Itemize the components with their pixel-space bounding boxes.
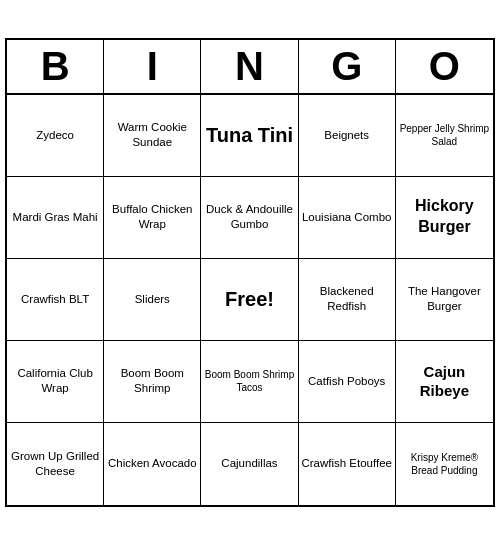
bingo-cell-21: Chicken Avocado — [104, 423, 201, 505]
bingo-cell-4: Pepper Jelly Shrimp Salad — [396, 95, 493, 177]
bingo-letter-o: O — [396, 40, 493, 93]
bingo-cell-11: Sliders — [104, 259, 201, 341]
bingo-cell-20: Grown Up Grilled Cheese — [7, 423, 104, 505]
bingo-letter-g: G — [299, 40, 396, 93]
bingo-cell-17: Boom Boom Shrimp Tacos — [201, 341, 298, 423]
bingo-letter-i: I — [104, 40, 201, 93]
bingo-letter-n: N — [201, 40, 298, 93]
bingo-cell-16: Boom Boom Shrimp — [104, 341, 201, 423]
bingo-cell-24: Krispy Kreme® Bread Pudding — [396, 423, 493, 505]
bingo-cell-7: Duck & Andouille Gumbo — [201, 177, 298, 259]
bingo-cell-13: Blackened Redfish — [299, 259, 396, 341]
bingo-cell-1: Warm Cookie Sundae — [104, 95, 201, 177]
bingo-cell-10: Crawfish BLT — [7, 259, 104, 341]
bingo-letter-b: B — [7, 40, 104, 93]
bingo-cell-8: Louisiana Combo — [299, 177, 396, 259]
bingo-cell-23: Crawfish Etouffee — [299, 423, 396, 505]
bingo-cell-12: Free! — [201, 259, 298, 341]
bingo-cell-5: Mardi Gras Mahi — [7, 177, 104, 259]
bingo-cell-3: Beignets — [299, 95, 396, 177]
bingo-cell-15: California Club Wrap — [7, 341, 104, 423]
bingo-header: BINGO — [7, 40, 493, 95]
bingo-cell-2: Tuna Tini — [201, 95, 298, 177]
bingo-cell-0: Zydeco — [7, 95, 104, 177]
bingo-cell-6: Buffalo Chicken Wrap — [104, 177, 201, 259]
bingo-cell-19: Cajun Ribeye — [396, 341, 493, 423]
bingo-cell-22: Cajundillas — [201, 423, 298, 505]
bingo-cell-18: Catfish Poboys — [299, 341, 396, 423]
bingo-card: BINGO ZydecoWarm Cookie SundaeTuna TiniB… — [5, 38, 495, 507]
bingo-cell-14: The Hangover Burger — [396, 259, 493, 341]
bingo-grid: ZydecoWarm Cookie SundaeTuna TiniBeignet… — [7, 95, 493, 505]
bingo-cell-9: Hickory Burger — [396, 177, 493, 259]
